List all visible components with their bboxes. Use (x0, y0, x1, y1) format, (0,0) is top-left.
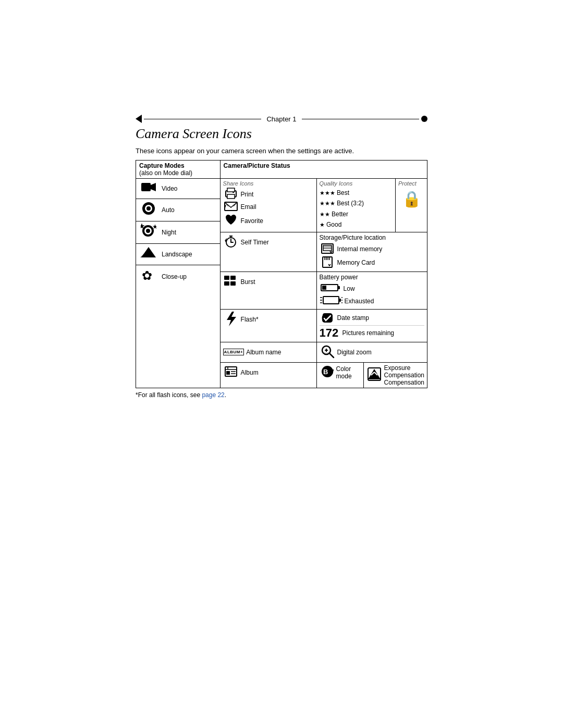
svg-point-4 (146, 206, 151, 211)
battery-low-row: Low (320, 282, 424, 295)
print-label: Print (241, 191, 254, 198)
quality-best: ★★★ Best (320, 188, 393, 198)
color-mode-icon: B W (320, 365, 335, 380)
svg-text:★: ★ (152, 224, 156, 230)
share-favorite-row: Favorite (223, 213, 314, 228)
colormode-exposure-col: B W Color mode (317, 363, 427, 388)
auto-icon (139, 201, 158, 219)
print-icon (223, 188, 239, 201)
share-email-row: Email (223, 201, 314, 213)
chapter-label: Chapter 1 (261, 115, 301, 123)
svg-rect-39 (230, 281, 236, 286)
svg-rect-37 (230, 276, 236, 280)
svg-rect-62 (226, 371, 230, 375)
svg-rect-36 (224, 276, 229, 280)
chapter-rule-left (144, 119, 261, 119)
color-mode-col: B W Color mode (317, 363, 364, 388)
color-mode-row: B W Color mode (320, 364, 361, 381)
email-label: Email (241, 203, 256, 211)
burst-row: Burst (223, 274, 314, 290)
footnote: *For all flash icons, see page 22. (0, 391, 563, 399)
protect-col: Protect 🔒 (396, 179, 427, 232)
exposure-label: Exposure Compensation Compensation (384, 364, 424, 386)
quality-icons-col: Quality Icons ★★★ Best ★★★ Best (3:2) ★★… (317, 179, 396, 232)
landscape-icon (139, 246, 158, 263)
internal-memory-label: Internal memory (337, 245, 383, 253)
svg-marker-1 (151, 183, 156, 191)
digital-zoom-row: Digital zoom (320, 344, 424, 361)
battery-exhausted-row: Exhausted (320, 295, 424, 307)
night-label: Night (162, 229, 176, 236)
svg-rect-42 (322, 286, 326, 290)
svg-rect-56 (324, 352, 329, 355)
battery-low-icon (320, 283, 341, 293)
table-body-row: Video Auto (136, 179, 427, 388)
page-title: Camera Screen Icons (0, 126, 563, 142)
battery-col: Battery power Low (317, 272, 427, 309)
svg-marker-51 (227, 312, 236, 326)
battery-exhausted-label: Exhausted (345, 298, 374, 305)
row-burst-battery: Burst Battery power (221, 272, 427, 310)
chapter-bullet-icon (421, 116, 427, 122)
svg-text:✿: ✿ (142, 268, 152, 282)
exposure-row: Exposure Compensation Compensation (366, 364, 424, 386)
datestamp-pictures-col: Date stamp 172 Pictures remaining (317, 310, 427, 342)
digital-zoom-label: Digital zoom (337, 349, 372, 356)
chapter-header: Chapter 1 (0, 115, 563, 123)
row-share-quality: Share Icons (221, 179, 427, 232)
chapter-rule-right (302, 119, 419, 119)
album-name-row: ALBUM+ Album name (223, 344, 314, 361)
quality-icons-header: Quality Icons (320, 180, 393, 187)
color-mode-label: Color mode (336, 365, 361, 380)
favorite-icon (223, 213, 239, 228)
mode-landscape-row: Landscape (136, 244, 220, 265)
icons-table: Capture Modes (also on Mode dial) Camera… (136, 160, 427, 388)
burst-col: Burst (221, 272, 317, 309)
closeup-label: Close-up (162, 273, 187, 280)
album-row: Album (223, 364, 314, 381)
svg-rect-38 (224, 281, 229, 286)
svg-rect-14 (227, 188, 235, 192)
flash-icon (223, 311, 239, 328)
exposure-col: Exposure Compensation Compensation (364, 363, 427, 388)
quality-good: ★ Good (320, 219, 393, 230)
flash-label: Flash* (241, 316, 259, 323)
footnote-link[interactable]: page 22 (202, 391, 224, 399)
self-timer-row: Self Timer (223, 234, 314, 251)
mode-video-row: Video (136, 179, 220, 199)
storage-header: Storage/Picture location (320, 234, 424, 241)
flash-row: Flash* (223, 311, 314, 328)
row-selftimer-storage: Self Timer Storage/Picture location (221, 232, 427, 272)
protect-icon: 🔒 (398, 188, 424, 208)
memory-card-icon (320, 256, 335, 270)
favorite-label: Favorite (241, 217, 263, 225)
svg-rect-46 (323, 297, 339, 304)
date-stamp-label: Date stamp (337, 314, 369, 322)
video-label: Video (162, 185, 177, 192)
svg-rect-0 (141, 183, 151, 191)
digital-zoom-icon (320, 344, 335, 360)
memory-card-label: Memory Card (337, 259, 375, 266)
memory-card-row: Memory Card (320, 256, 424, 270)
internal-memory-row: Internal memory (320, 243, 424, 256)
battery-header: Battery power (320, 274, 424, 281)
page-subtitle: These icons appear on your camera screen… (0, 147, 563, 155)
svg-rect-16 (232, 192, 234, 193)
exposure-icon (366, 367, 382, 383)
svg-rect-47 (339, 299, 341, 302)
video-icon (139, 181, 158, 196)
pictures-remaining-row: 172 Pictures remaining (320, 326, 424, 340)
album-name-col: ALBUM+ Album name (221, 342, 317, 362)
auto-label: Auto (162, 206, 175, 214)
night-icon: ★ (139, 224, 158, 241)
protect-header: Protect (398, 180, 424, 187)
capture-modes-col: Video Auto (136, 179, 221, 388)
quality-better: ★★ Better (320, 209, 393, 219)
row-album-digital: ALBUM+ Album name (221, 342, 427, 363)
album-icon (223, 365, 239, 380)
email-icon (223, 201, 239, 213)
svg-rect-31 (323, 257, 332, 267)
album-col: Album (221, 363, 317, 388)
burst-label: Burst (241, 278, 255, 286)
svg-rect-15 (227, 194, 235, 199)
